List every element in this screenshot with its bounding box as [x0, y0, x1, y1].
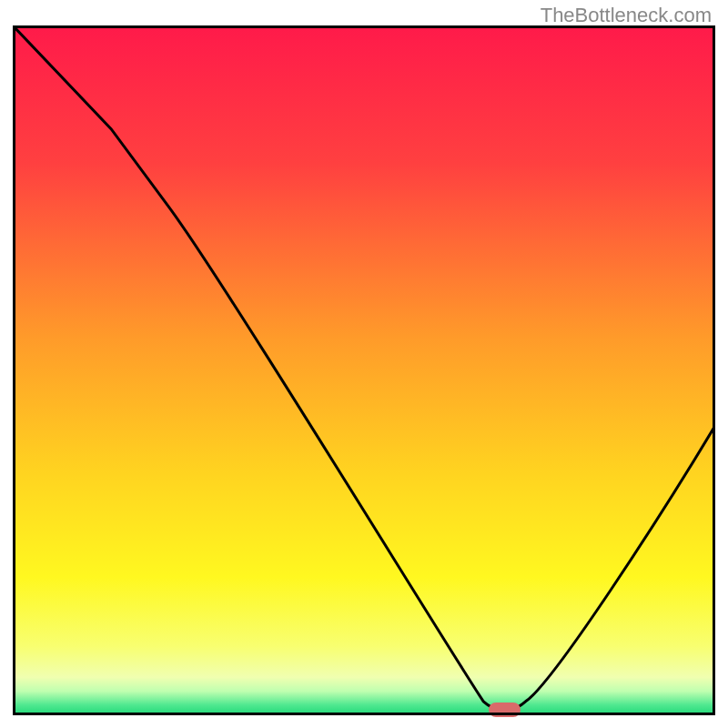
bottleneck-curve [13, 25, 715, 709]
plot-area [13, 25, 715, 715]
optimal-marker [489, 703, 521, 716]
attribution-text: TheBottleneck.com [541, 4, 712, 27]
curve-svg [13, 25, 715, 715]
